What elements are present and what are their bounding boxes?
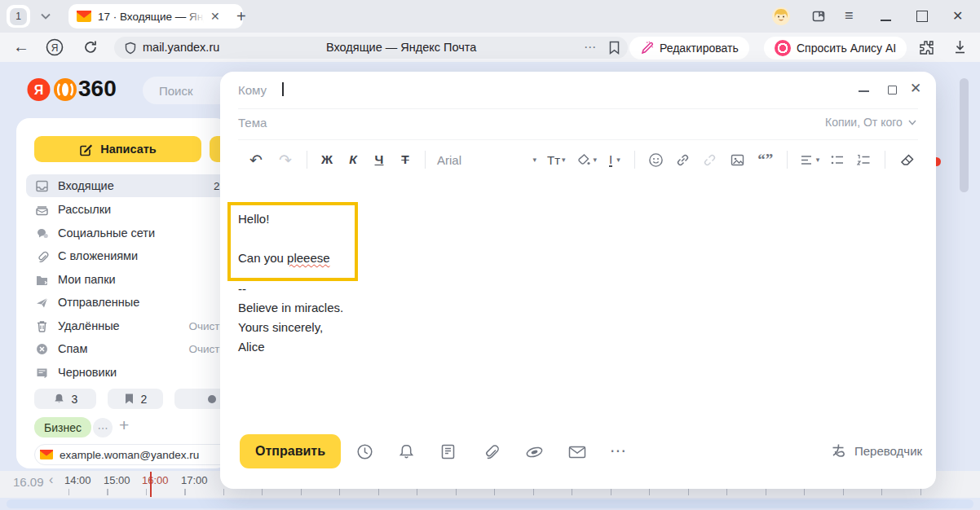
- new-tab-button[interactable]: +: [236, 7, 246, 26]
- account-chip[interactable]: example.woman@yandex.ru: [34, 444, 236, 465]
- remove-link-button[interactable]: [696, 152, 723, 168]
- body-line-1[interactable]: Hello!: [238, 212, 269, 226]
- yandex-disk-button[interactable]: [525, 445, 544, 459]
- template-button[interactable]: [440, 443, 456, 460]
- insert-link-button[interactable]: [669, 152, 696, 168]
- account-email: example.woman@yandex.ru: [60, 449, 199, 461]
- ask-alice-button[interactable]: Спросить Алису AI: [764, 37, 907, 59]
- address-more-icon[interactable]: ⋯: [584, 40, 596, 55]
- attach-from-mail-button[interactable]: [568, 446, 586, 459]
- downloads-icon[interactable]: [952, 39, 968, 55]
- side-panel-icon[interactable]: [811, 9, 826, 24]
- misspelled-word: pleeese: [287, 251, 330, 265]
- bookmark-icon[interactable]: [608, 41, 620, 55]
- schedule-send-button[interactable]: [356, 443, 373, 460]
- signature-separator[interactable]: --: [238, 282, 246, 296]
- body-line-2[interactable]: Can you pleeese: [238, 251, 330, 265]
- timeline-scrollbar[interactable]: [7, 499, 973, 508]
- compose-minimize-button[interactable]: [859, 90, 869, 92]
- signature-line[interactable]: Believe in miracles.: [238, 301, 343, 314]
- highlight-color-button[interactable]: ▾: [572, 153, 603, 167]
- yandex-browser-logo-icon[interactable]: Я: [45, 37, 64, 57]
- underline-button[interactable]: Ч: [366, 152, 392, 167]
- more-options-button[interactable]: ⋯: [610, 441, 628, 460]
- bullet-list-button[interactable]: [824, 154, 850, 166]
- tab-close-icon[interactable]: ✕: [210, 10, 220, 23]
- compose-restore-button[interactable]: [888, 86, 897, 95]
- current-time-marker: [150, 472, 152, 497]
- inbox-icon: [35, 179, 49, 193]
- translator-button[interactable]: Переводчик: [830, 442, 922, 459]
- refresh-icon[interactable]: [82, 38, 99, 56]
- bold-button[interactable]: Ж: [314, 152, 340, 167]
- font-family-select[interactable]: Arial ▾: [432, 153, 541, 167]
- font-size-select[interactable]: Tт ▾: [541, 153, 572, 167]
- format-toolbar: ↶ ↷ Ж К Ч Т Arial ▾ Tт ▾ ▾ I ▾: [241, 145, 920, 174]
- url-text[interactable]: mail.yandex.ru: [143, 41, 219, 54]
- folders-icon: [35, 273, 49, 287]
- window-close-button[interactable]: ✕: [952, 8, 963, 24]
- tab-group-chevron-icon[interactable]: [39, 10, 52, 23]
- tab-group-button[interactable]: 1: [7, 5, 30, 28]
- profile-avatar[interactable]: [771, 7, 791, 26]
- insert-image-button[interactable]: [723, 152, 752, 168]
- link-icon: [675, 152, 691, 168]
- browser-tab[interactable]: 17 · Входящие — Янде ✕: [68, 4, 243, 29]
- align-left-icon: [800, 154, 814, 166]
- clock-icon: [356, 443, 373, 460]
- sidebar-item-trash[interactable]: Удалённые Очисти: [26, 314, 229, 337]
- tag-more-button[interactable]: ⋯: [93, 418, 113, 437]
- sidebar-item-attachments[interactable]: С вложениями: [26, 244, 229, 267]
- translator-icon: [830, 442, 847, 459]
- attach-file-button[interactable]: [483, 443, 500, 460]
- divider: [787, 151, 788, 169]
- drafts-icon: [35, 366, 49, 380]
- tag-add-button[interactable]: +: [119, 415, 129, 435]
- back-button[interactable]: ←: [13, 37, 29, 56]
- window-maximize-button[interactable]: [916, 11, 928, 22]
- notification-dot: [936, 157, 941, 166]
- italic-button[interactable]: К: [340, 152, 366, 167]
- send-button[interactable]: Отправить: [240, 434, 341, 468]
- reminders-pill[interactable]: 3: [34, 389, 96, 409]
- align-button[interactable]: ▾: [795, 154, 825, 166]
- page-scrollbar-thumb[interactable]: [960, 78, 969, 192]
- tag-business[interactable]: Бизнес: [34, 417, 91, 437]
- text-color-button[interactable]: I ▾: [603, 153, 627, 167]
- sidebar-item-spam[interactable]: Спам Очисти: [26, 337, 229, 360]
- bell-icon: [53, 393, 65, 405]
- timeline-prev-icon[interactable]: ‹: [49, 473, 53, 487]
- timeline-time: 14:00: [64, 474, 91, 486]
- window-minimize-button[interactable]: [881, 20, 891, 21]
- to-field[interactable]: [220, 72, 936, 108]
- signature-line[interactable]: Alice: [238, 340, 265, 354]
- shield-icon[interactable]: [124, 42, 137, 55]
- emoji-button[interactable]: [642, 152, 669, 168]
- undo-icon[interactable]: ↶: [241, 151, 271, 169]
- bookmarks-pill[interactable]: 2: [108, 389, 163, 409]
- browser-menu-icon[interactable]: ≡: [845, 7, 854, 24]
- chevron-down-icon: [907, 117, 917, 127]
- cc-from-toggle[interactable]: Копии, От кого: [825, 116, 917, 129]
- notify-button[interactable]: [398, 443, 415, 460]
- divider: [238, 139, 918, 140]
- sidebar-item-newsletters[interactable]: Рассылки: [26, 198, 229, 221]
- sidebar-item-my-folders[interactable]: Мои папки: [26, 268, 229, 291]
- clear-formatting-button[interactable]: [894, 153, 920, 167]
- extensions-puzzle-icon[interactable]: [918, 39, 935, 56]
- signature-line[interactable]: Yours sincerely,: [238, 320, 323, 334]
- quote-button[interactable]: “”: [752, 151, 779, 169]
- numbered-list-button[interactable]: [850, 154, 876, 166]
- divider: [885, 151, 885, 169]
- sidebar-item-social[interactable]: Социальные сети: [26, 222, 229, 244]
- sidebar-item-sent[interactable]: Отправленные: [26, 291, 229, 314]
- compose-close-button[interactable]: ✕: [910, 80, 921, 97]
- sidebar-item-inbox[interactable]: Входящие 25: [26, 174, 229, 197]
- timeline-ticks: [68, 489, 941, 495]
- edit-button[interactable]: Редактировать: [629, 37, 749, 59]
- compose-button[interactable]: Написать: [34, 136, 201, 162]
- redo-icon[interactable]: ↷: [271, 151, 300, 169]
- sidebar-item-drafts[interactable]: Черновики: [26, 361, 229, 384]
- paperclip-icon: [483, 443, 500, 460]
- strikethrough-button[interactable]: Т: [392, 152, 418, 167]
